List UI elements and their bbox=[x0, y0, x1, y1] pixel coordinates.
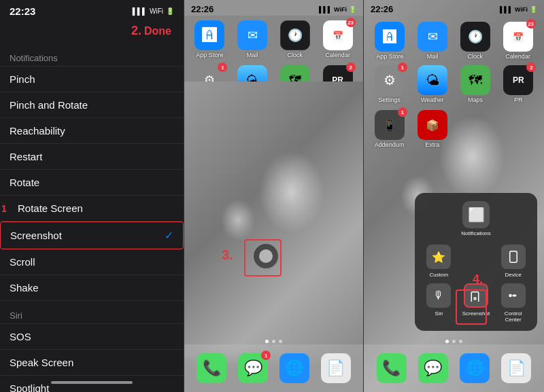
r-notes-icon: 📄 bbox=[507, 359, 526, 377]
r-appstore-icon: 🅰 bbox=[383, 29, 396, 45]
menu-cell-control-center[interactable]: Control Center bbox=[497, 283, 529, 323]
right-app-pr[interactable]: PR 2 PR bbox=[498, 65, 539, 103]
right-time: 22:26 bbox=[371, 4, 393, 14]
assistive-touch-button[interactable] bbox=[252, 243, 279, 270]
right-app-clock[interactable]: 🕐 Clock bbox=[456, 22, 495, 60]
r-dock-messages[interactable]: 💬 bbox=[418, 353, 448, 383]
left-panel: 22:23 ▌▌▌ WiFi 🔋 2. Done Notifications P… bbox=[0, 0, 184, 392]
right-app-addendum[interactable]: 📱1 Addendum bbox=[369, 110, 409, 148]
right-app-maps[interactable]: 🗺 Maps bbox=[456, 65, 496, 103]
calendar-label: Calendar bbox=[325, 52, 350, 58]
device-icon bbox=[501, 245, 526, 269]
r-mail-icon: ✉ bbox=[428, 29, 438, 44]
r-maps-label: Maps bbox=[468, 96, 483, 103]
control-center-icon bbox=[501, 283, 526, 308]
right-app-appstore[interactable]: 🅰 App Store bbox=[371, 22, 409, 60]
menu-item-pinch[interactable]: Pinch bbox=[0, 67, 184, 92]
mail-label: Mail bbox=[247, 52, 258, 58]
r-extra-label: Extra bbox=[425, 141, 439, 148]
right-app-extra[interactable]: 📦 Extra bbox=[412, 110, 452, 148]
r-pr-icon: PR bbox=[513, 75, 524, 85]
menu-item-pinch-rotate[interactable]: Pinch and Rotate bbox=[0, 92, 184, 118]
menu-item-scroll[interactable]: Scroll bbox=[0, 249, 184, 275]
dock-notes[interactable]: 📄 bbox=[321, 353, 351, 383]
r-extra-icon: 📦 bbox=[426, 119, 439, 132]
section-notifications: Notifications bbox=[0, 43, 184, 67]
right-app-grid-row1: 🅰 App Store ✉ Mail 🕐 Clock 📅 23 Calendar bbox=[364, 16, 544, 65]
menu-item-shake[interactable]: Shake bbox=[0, 275, 184, 301]
r-dock-notes[interactable]: 📄 bbox=[501, 353, 531, 383]
app-icon-clock[interactable]: 🕐 Clock bbox=[275, 20, 316, 58]
phone-background: 22:26 ▌▌▌ WiFi 🔋 🅰 App Store ✉ Mail bbox=[184, 0, 363, 392]
menu-item-speak-screen[interactable]: Speak Screen bbox=[0, 350, 184, 376]
r-weather-icon: 🌤 bbox=[426, 73, 439, 88]
svg-rect-0 bbox=[509, 251, 517, 263]
menu-cell-siri[interactable]: 🎙 Siri bbox=[423, 283, 455, 323]
right-status-icons: ▌▌▌ WiFi 🔋 bbox=[500, 6, 537, 13]
signal-right-icon: ▌▌▌ bbox=[500, 6, 513, 13]
calendar-icon: 📅 bbox=[333, 31, 343, 41]
menu-cell-device[interactable]: Device bbox=[497, 245, 529, 278]
menu-item-sos[interactable]: SOS bbox=[0, 324, 184, 350]
middle-status-bar: 22:26 ▌▌▌ WiFi 🔋 bbox=[184, 0, 363, 16]
menu-item-reachability[interactable]: Reachability bbox=[0, 118, 184, 144]
dock-messages[interactable]: 💬 1 bbox=[238, 353, 268, 383]
r-addendum-icon: 📱 bbox=[383, 119, 396, 132]
r-phone-icon: 📞 bbox=[382, 359, 401, 377]
middle-panel: 22:26 ▌▌▌ WiFi 🔋 🅰 App Store ✉ Mail bbox=[184, 0, 364, 392]
menu-item-spotlight[interactable]: Spotlight bbox=[0, 376, 184, 392]
dock-safari[interactable]: 🌐 bbox=[279, 353, 309, 383]
wifi-icon: WiFi bbox=[150, 7, 163, 15]
dot-3 bbox=[279, 340, 282, 343]
r-mail-label: Mail bbox=[427, 53, 439, 60]
messages-icon: 💬 bbox=[244, 359, 262, 377]
dot-1 bbox=[265, 340, 269, 343]
app-icon-appstore[interactable]: 🅰 App Store bbox=[190, 20, 230, 58]
middle-time: 22:26 bbox=[191, 4, 214, 14]
header-row: 2. Done bbox=[0, 20, 184, 43]
right-app-grid-row3: 📱1 Addendum 📦 Extra bbox=[364, 106, 544, 152]
right-app-settings[interactable]: ⚙1 Settings bbox=[369, 65, 409, 103]
menu-cell-custom[interactable]: ⭐ Custom bbox=[423, 245, 455, 278]
r-dock-safari[interactable]: 🌐 bbox=[460, 353, 490, 383]
assistive-touch-inner bbox=[259, 249, 273, 263]
r-clock-icon: 🕐 bbox=[468, 29, 483, 44]
menu-item-screenshot[interactable]: Screenshot ✓ bbox=[0, 221, 184, 249]
appstore-label: App Store bbox=[196, 52, 223, 58]
right-phone-bg: 22:26 ▌▌▌ WiFi 🔋 🅰 App Store ✉ Mail 🕐 Cl… bbox=[364, 0, 544, 392]
right-page-dots bbox=[364, 340, 544, 343]
mail-icon: ✉ bbox=[248, 28, 258, 43]
signal-mid-icon: ▌▌▌ bbox=[319, 6, 332, 13]
menu-item-rotate[interactable]: Rotate bbox=[0, 170, 184, 196]
right-app-calendar[interactable]: 📅 23 Calendar bbox=[498, 22, 537, 60]
right-panel: 22:26 ▌▌▌ WiFi 🔋 🅰 App Store ✉ Mail 🕐 Cl… bbox=[364, 0, 544, 392]
checkmark-icon: ✓ bbox=[165, 229, 173, 242]
siri-icon: 🎙 bbox=[426, 283, 451, 308]
r-messages-icon: 💬 bbox=[424, 359, 442, 377]
app-icon-calendar[interactable]: 📅 23 Calendar bbox=[318, 20, 358, 58]
right-app-mail[interactable]: ✉ Mail bbox=[413, 22, 452, 60]
svg-point-3 bbox=[509, 294, 512, 298]
menu-list: Notifications Pinch Pinch and Rotate Rea… bbox=[0, 43, 184, 392]
wifi-right-icon: WiFi bbox=[515, 6, 528, 13]
r-settings-icon: ⚙ bbox=[384, 72, 396, 88]
done-button[interactable]: Done bbox=[144, 25, 171, 37]
dot-2 bbox=[272, 340, 275, 343]
app-grid-row1: 🅰 App Store ✉ Mail 🕐 Clock 📅 23 bbox=[184, 16, 363, 63]
page-dots bbox=[184, 340, 363, 343]
r-calendar-badge: 23 bbox=[526, 19, 536, 29]
scroll-indicator bbox=[51, 381, 133, 384]
notifications-menu-icon[interactable]: ⬜ bbox=[462, 201, 490, 228]
control-center-label: Control Center bbox=[497, 310, 529, 323]
menu-item-rotate-screen[interactable]: 1 Rotate Screen bbox=[0, 196, 184, 221]
dock-phone[interactable]: 📞 bbox=[197, 353, 226, 383]
r-dock-phone[interactable]: 📞 bbox=[377, 353, 407, 383]
left-status-area: ▌▌▌ WiFi 🔋 bbox=[133, 7, 174, 15]
app-icon-mail[interactable]: ✉ Mail bbox=[233, 20, 273, 58]
step1-label: 1 bbox=[1, 203, 7, 214]
step3-label: 3. bbox=[222, 247, 233, 263]
section-siri: Siri bbox=[0, 301, 184, 324]
right-app-weather[interactable]: 🌤 Weather bbox=[412, 65, 452, 103]
device-label: Device bbox=[505, 272, 521, 278]
menu-item-restart[interactable]: Restart bbox=[0, 144, 184, 170]
